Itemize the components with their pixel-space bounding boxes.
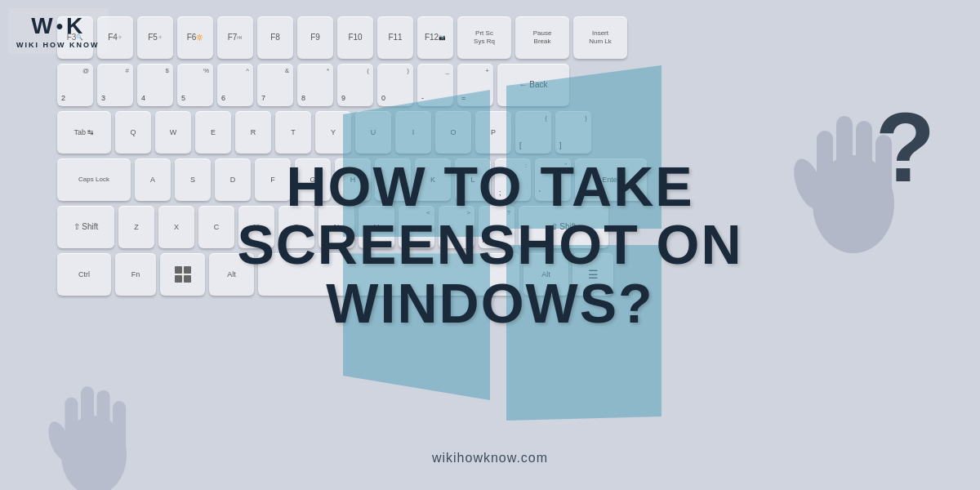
website-url: wikihowknow.com [432, 451, 548, 466]
key-r: R [235, 111, 271, 154]
key-f7: F7⏮ [217, 16, 253, 59]
key-3: #3 [97, 64, 133, 106]
question-mark: ? [875, 98, 935, 196]
svg-rect-6 [81, 386, 94, 459]
key-f6: F6🔆 [177, 16, 213, 59]
key-capslock: Caps Lock [57, 158, 131, 201]
svg-rect-12 [836, 116, 853, 210]
key-7: &7 [257, 64, 293, 106]
key-fn: Fn [115, 253, 156, 296]
key-2: @2 [57, 64, 93, 106]
hand-left-icon [41, 376, 147, 490]
key-e: E [195, 111, 231, 154]
title-line1: HOW TO TAKE [286, 155, 693, 217]
key-4: $4 [137, 64, 173, 106]
svg-rect-7 [97, 390, 110, 459]
svg-rect-8 [113, 401, 126, 459]
key-6: ^6 [217, 64, 253, 106]
logo-k: K [66, 13, 84, 39]
site-logo: W • K WIKI HOW KNOW [8, 8, 108, 54]
key-5: %5 [177, 64, 213, 106]
key-shift-left: ⇧ Shift [57, 206, 114, 248]
title-line2: SCREENSHOT ON WINDOWS? [237, 213, 742, 333]
svg-rect-13 [856, 121, 872, 209]
key-tab: Tab ↹ [57, 111, 111, 154]
key-z: Z [118, 206, 154, 248]
key-q: Q [115, 111, 151, 154]
key-f8: F8 [257, 16, 293, 59]
key-ctrl: Ctrl [57, 253, 111, 296]
main-title: HOW TO TAKE SCREENSHOT ON WINDOWS? [163, 158, 817, 332]
logo-separator: • [56, 15, 65, 38]
key-f5: F5☀ [137, 16, 173, 59]
logo-w: W [31, 13, 54, 39]
main-title-container: HOW TO TAKE SCREENSHOT ON WINDOWS? [163, 158, 817, 332]
logo-letters: W • K [31, 13, 84, 39]
key-w: W [155, 111, 191, 154]
logo-subtext: WIKI HOW KNOW [16, 41, 100, 49]
